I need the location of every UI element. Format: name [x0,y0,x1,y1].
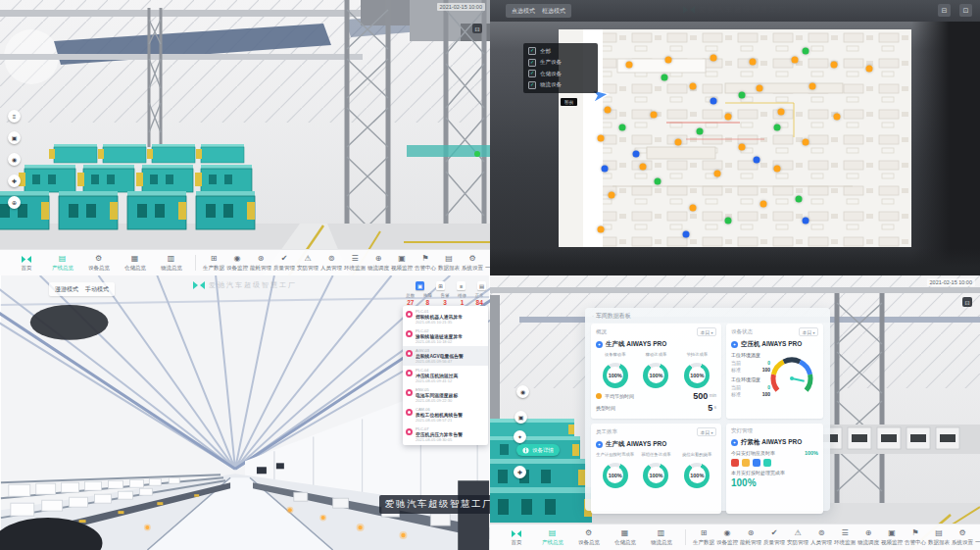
layer-checkbox-row[interactable]: ✓生产设备 [528,59,593,67]
date-dropdown[interactable]: 本日 [697,427,716,436]
toolbar-item-patrol[interactable]: ★一键巡检 [974,529,980,546]
device-marker-orange[interactable] [739,143,746,150]
device-marker-orange[interactable] [757,84,763,91]
device-marker-orange[interactable] [640,163,647,170]
layer-checkbox-row[interactable]: ✓物流设备 [528,81,593,89]
toolbar-item-energy[interactable]: ⊛能耗管理 [739,529,762,546]
mode-pick[interactable]: 点选模式 [512,7,535,16]
toolbar-item-logi2[interactable]: ⊕物流调度 [857,529,880,546]
toolbar-item-alarm[interactable]: ⚑告警中心 [414,255,437,272]
map-legend-chip[interactable]: 图例 [561,98,577,106]
toolbar-item-quality[interactable]: ✔质量管理 [272,255,296,272]
toolbar-item-monitor[interactable]: ◉设备监控 [225,255,249,272]
toolbar-item-report[interactable]: ▤数据报表 [437,255,461,272]
status-app-icon[interactable] [731,459,739,467]
device-marker-green[interactable] [803,48,809,55]
device-marker-orange[interactable] [724,113,731,120]
factory-3d-scene[interactable] [0,0,490,275]
device-marker-orange[interactable] [598,135,605,142]
toolbar-item-monitor[interactable]: ◉设备监控 [715,529,739,546]
viewport-tool-cube-button[interactable]: ▣ [8,131,21,144]
viewport-tool-plus-button[interactable]: ✚ [8,175,21,187]
factory-floor-map[interactable] [559,29,911,247]
mode-box-select[interactable]: 框选模式 [542,7,565,16]
mode-manual[interactable]: 手动模式 [85,285,109,294]
scene-float-tag-button[interactable]: ✦ [514,430,526,443]
date-dropdown[interactable]: 本日 [799,327,818,336]
alarm-list-item[interactable]: PLC-02涂装线输送链速度异常2021-08-05 10:18:02 [403,326,488,346]
scene-float-cube-button[interactable]: ▣ [514,411,527,424]
alarm-list-item[interactable]: PLC-07空压机房压力异常告警2021-08-05 08:30:05 [403,425,488,444]
status-app-icon[interactable] [753,459,760,467]
toolbar-item-logis[interactable]: ▥物流总览 [643,529,679,546]
scene-float-cam-button[interactable]: ◉ [516,385,529,398]
viewport-tool-menu-button[interactable]: ≡ [8,110,21,123]
alarm-list-item[interactable]: PLC-01焊装线机器人通讯异常2021-08-05 10:21:35 [403,307,488,326]
device-marker-orange[interactable] [675,139,682,146]
device-marker-orange[interactable] [689,205,696,212]
layer-checkbox-row[interactable]: ✓仓储设备 [528,70,593,77]
viewport-tool-cam-button[interactable]: ◉ [8,153,21,166]
device-marker-green[interactable] [724,218,731,225]
toolbar-item-patrol[interactable]: ★一键巡检 [484,255,490,272]
device-detail-pill-button[interactable]: 设备详情 [516,444,560,456]
device-marker-orange[interactable] [689,82,696,89]
device-marker-blue[interactable] [633,150,640,157]
view-list-icon[interactable]: ≡ [457,281,466,290]
toolbar-item-alarm[interactable]: ⚑告警中心 [904,529,927,546]
toolbar-item-line[interactable]: ▤产线总览 [534,529,570,546]
toolbar-item-staff[interactable]: ⊚人员管理 [319,255,343,272]
toolbar-item-video[interactable]: ▣视频监控 [390,255,414,272]
toolbar-item-line[interactable]: ▤产线总览 [44,255,80,272]
alarm-list-item[interactable]: CAM-06质检工位相机离线告警2021-08-05 08:57:21 [403,405,488,425]
device-marker-blue[interactable] [803,218,809,225]
alarm-list-item[interactable]: AGV-03总装线AGV电量低告警2021-08-05 09:56:47 [403,346,488,366]
scene-float-plus-button[interactable]: ✚ [514,466,526,478]
toolbar-item-quality[interactable]: ✔质量管理 [762,529,786,546]
toolbar-item-env[interactable]: ☰环境监测 [343,255,367,272]
toolbar-item-device[interactable]: ⚙设备总览 [80,255,117,272]
alarm-list-item[interactable]: ENV-05电池车间温湿度超标2021-08-05 09:22:30 [403,385,488,405]
toolbar-item-device[interactable]: ⚙设备总览 [570,529,607,546]
device-marker-green[interactable] [697,128,704,135]
device-marker-orange[interactable] [760,200,766,207]
expand-icon[interactable]: ⊡ [959,4,972,17]
toolbar-item-safety[interactable]: ⚠安防管理 [786,529,809,546]
device-marker-green[interactable] [774,124,781,130]
layers-icon[interactable]: ⊟ [938,4,951,17]
device-marker-orange[interactable] [830,61,837,68]
device-marker-blue[interactable] [601,166,608,173]
device-marker-orange[interactable] [626,61,633,68]
device-marker-orange[interactable] [750,59,757,66]
date-dropdown[interactable]: 本日 [697,327,716,336]
view-chart-icon[interactable]: ▤ [477,281,486,290]
toolbar-item-logi2[interactable]: ⊕物流调度 [367,255,390,272]
toolbar-item-staff[interactable]: ⊚人员管理 [809,529,833,546]
device-marker-orange[interactable] [710,54,717,61]
toolbar-item-video[interactable]: ▣视频监控 [880,529,904,546]
toolbar-item-setting[interactable]: ⚙系统设置 [951,529,974,546]
device-marker-orange[interactable] [774,166,781,173]
view-grid-icon[interactable]: ⊞ [436,281,445,290]
device-marker-orange[interactable] [865,65,872,72]
toolbar-item-store[interactable]: ▦仓储总览 [117,255,153,272]
toolbar-item-logo[interactable]: 首页 [498,529,534,546]
device-marker-green[interactable] [739,91,746,98]
toolbar-item-logis[interactable]: ▥物流总览 [153,255,189,272]
toolbar-item-env[interactable]: ☰环境监测 [833,529,857,546]
toolbar-item-setting[interactable]: ⚙系统设置 [461,255,484,272]
alarm-list-item[interactable]: PLC-04冲压线压机油温过高2021-08-05 09:41:12 [403,366,488,385]
toolbar-item-data[interactable]: ⊞生产数据 [202,255,225,272]
viewport-tool-target-button[interactable]: ⊕ [8,196,21,209]
device-marker-orange[interactable] [714,170,721,176]
device-marker-orange[interactable] [792,57,799,64]
device-marker-green[interactable] [654,178,661,185]
device-marker-blue[interactable] [753,157,760,164]
toolbar-item-safety[interactable]: ⚠安防管理 [296,255,319,272]
device-marker-orange[interactable] [609,191,615,198]
device-marker-blue[interactable] [710,98,717,105]
device-marker-orange[interactable] [598,226,605,233]
device-marker-green[interactable] [618,124,625,130]
device-marker-orange[interactable] [803,139,809,146]
device-marker-orange[interactable] [664,57,671,64]
